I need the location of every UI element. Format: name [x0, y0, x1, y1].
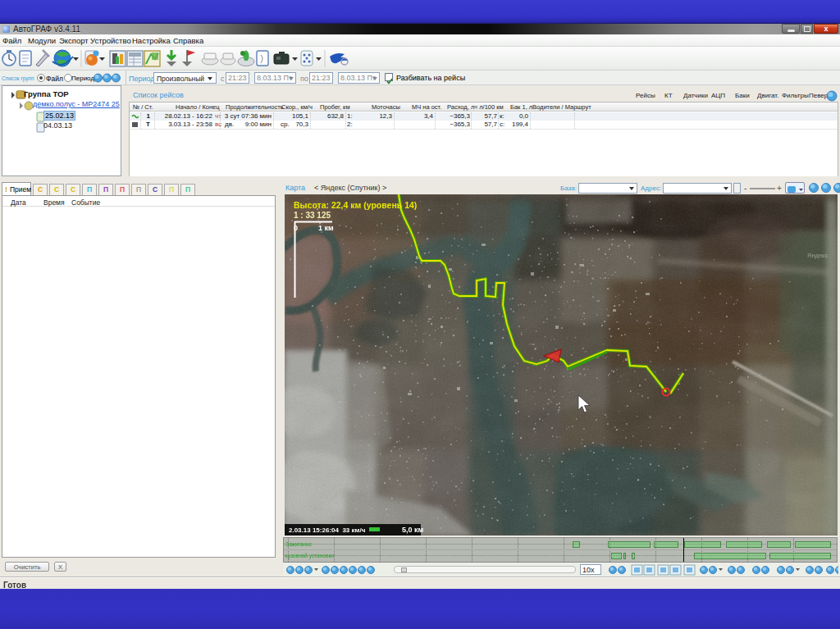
svg-text:0: 0: [294, 224, 298, 232]
svg-text:1 км: 1 км: [318, 224, 334, 232]
svg-text:5,0 км: 5,0 км: [402, 526, 424, 534]
svg-text:1 : 33 125: 1 : 33 125: [294, 211, 331, 220]
svg-text:Яндекс: Яндекс: [807, 252, 828, 259]
svg-text:2.03.13 15:26:04 33 км/ч: 2.03.13 15:26:04 33 км/ч: [289, 526, 366, 534]
svg-text:Высота: 22,4 км (уровень 14): Высота: 22,4 км (уровень 14): [294, 200, 417, 210]
